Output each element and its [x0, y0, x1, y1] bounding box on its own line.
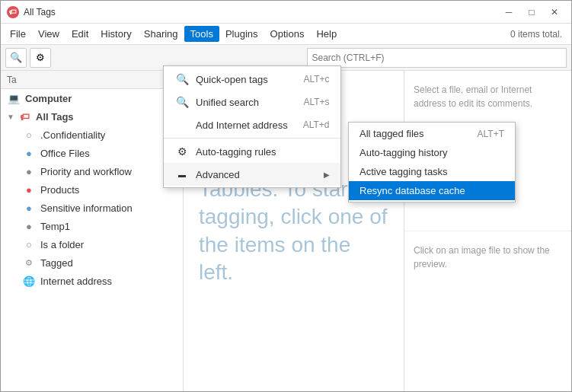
right-top-hint: Select a file, email or Internet address…	[414, 83, 562, 110]
sidebar-item-sensitive-info[interactable]: ● Sensitive information	[1, 199, 183, 217]
auto-tagging-icon: ⚙	[174, 144, 190, 159]
window-controls: ─ □ ✕	[498, 4, 565, 21]
menu-view[interactable]: View	[32, 26, 66, 42]
submenu-resync[interactable]: Resync database cache	[349, 181, 515, 200]
window-title: All Tags	[24, 7, 498, 18]
sensitive-icon: ●	[22, 201, 36, 215]
sidebar-item-internet-address[interactable]: 🌐 Internet address	[1, 272, 183, 290]
search-input[interactable]	[307, 48, 567, 68]
item-count: 0 items total.	[510, 29, 568, 40]
menu-advanced[interactable]: ▬ Advanced	[164, 163, 340, 186]
menu-history[interactable]: History	[94, 26, 137, 42]
sidebar-item-tagged[interactable]: ⚙ Tagged	[1, 253, 183, 272]
title-bar: 🏷 All Tags ─ □ ✕	[1, 1, 571, 24]
minimize-button[interactable]: ─	[498, 4, 519, 21]
submenu-all-tagged[interactable]: All tagged files ALT+T	[349, 124, 515, 143]
unified-search-icon: 🔍	[174, 94, 190, 110]
menu-sharing[interactable]: Sharing	[138, 26, 184, 42]
add-internet-icon	[174, 117, 190, 132]
maximize-button[interactable]: □	[521, 4, 542, 21]
office-files-icon: ●	[22, 146, 36, 160]
menu-unified-search[interactable]: 🔍 Unified search ALT+s	[164, 91, 340, 113]
menu-help[interactable]: Help	[310, 26, 343, 42]
sidebar: Ta 💻 Computer ▼ 🏷 All Tags ○ .Confidenti…	[1, 71, 184, 391]
tagged-icon: ⚙	[22, 256, 36, 269]
sidebar-item-office-files[interactable]: ● Office Files	[1, 144, 183, 162]
sidebar-item-confidentiality[interactable]: ○ .Confidentiality	[1, 126, 183, 144]
menu-quick-open-tags[interactable]: 🔍 Quick-open tags ALT+c	[164, 68, 340, 91]
menu-add-internet[interactable]: Add Internet address ALT+d	[164, 113, 340, 136]
search-button[interactable]: 🔍	[5, 48, 27, 68]
right-bottom-hint: Click on an image file to show the previ…	[414, 244, 562, 271]
menu-plugins[interactable]: Plugins	[219, 26, 264, 42]
confidentiality-icon: ○	[22, 128, 36, 142]
sidebar-item-products[interactable]: ● Products	[1, 180, 183, 199]
products-icon: ●	[22, 183, 36, 196]
sidebar-item-temp1[interactable]: ● Temp1	[1, 217, 183, 235]
menu-auto-tagging[interactable]: ⚙ Auto-tagging rules	[164, 140, 340, 163]
sidebar-item-priority-workflow[interactable]: ● Priority and workflow	[1, 162, 183, 180]
menu-file[interactable]: File	[4, 26, 32, 42]
menu-tools[interactable]: Tools	[184, 26, 219, 42]
tools-dropdown: 🔍 Quick-open tags ALT+c 🔍 Unified search…	[163, 65, 341, 188]
internet-address-icon: 🌐	[22, 274, 36, 288]
app-icon: 🏷	[7, 6, 19, 18]
settings-button[interactable]: ⚙	[30, 48, 51, 68]
computer-icon: 💻	[7, 91, 21, 105]
submenu-active-tasks[interactable]: Active tagging tasks	[349, 162, 515, 181]
right-bottom: Click on an image file to show the previ…	[404, 231, 571, 391]
menu-edit[interactable]: Edit	[66, 26, 94, 42]
advanced-submenu: All tagged files ALT+T Auto-tagging hist…	[348, 122, 516, 202]
submenu-auto-history[interactable]: Auto-tagging history	[349, 143, 515, 162]
sidebar-header: Ta	[1, 71, 183, 89]
priority-icon: ●	[22, 164, 36, 178]
all-tags-icon: 🏷	[18, 110, 31, 123]
sidebar-item-computer[interactable]: 💻 Computer	[1, 89, 183, 107]
menu-separator-1	[164, 138, 340, 139]
sidebar-item-all-tags[interactable]: ▼ 🏷 All Tags	[1, 107, 183, 126]
right-panel: Select a file, email or Internet address…	[404, 71, 571, 391]
is-folder-icon: ○	[22, 237, 36, 251]
advanced-icon: ▬	[174, 167, 190, 182]
menu-options[interactable]: Options	[264, 26, 311, 42]
sidebar-item-is-folder[interactable]: ○ Is a folder	[1, 235, 183, 253]
menu-bar: File View Edit History Sharing Tools Plu…	[1, 24, 571, 45]
close-button[interactable]: ✕	[544, 4, 565, 21]
expand-arrow-icon: ▼	[7, 113, 16, 121]
quick-open-icon: 🔍	[174, 72, 190, 87]
temp1-icon: ●	[22, 219, 36, 233]
